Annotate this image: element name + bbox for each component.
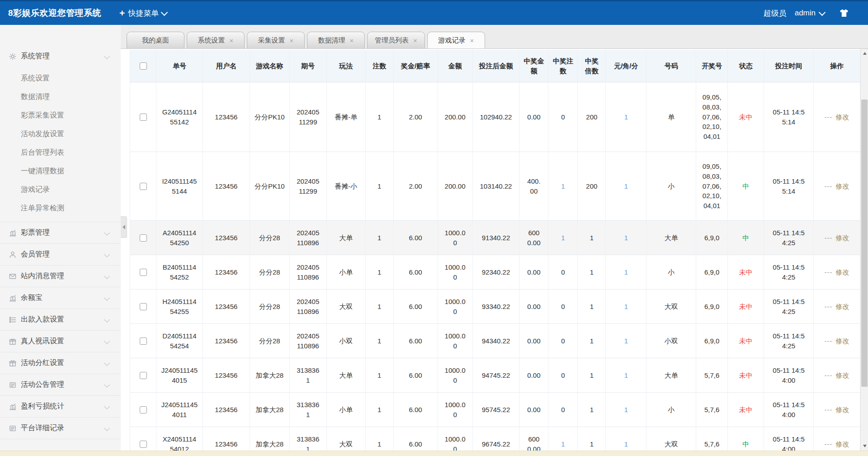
close-tab-icon[interactable]: × bbox=[230, 37, 234, 44]
user-menu[interactable]: admin bbox=[795, 9, 825, 18]
select-all-checkbox[interactable] bbox=[140, 62, 147, 70]
win-bets-value: 0 bbox=[561, 302, 565, 312]
cell-order: A2405111454250 bbox=[156, 221, 203, 255]
cell-game: 分分28 bbox=[250, 324, 290, 358]
row-checkbox[interactable] bbox=[140, 183, 147, 190]
cell-unit: 1 bbox=[606, 324, 646, 358]
unit-link[interactable]: 1 bbox=[624, 439, 628, 449]
cell-odds: 2.00 bbox=[394, 82, 438, 152]
chevron-down-icon bbox=[104, 360, 110, 366]
edit-link[interactable]: 修改 bbox=[836, 336, 849, 346]
vertical-scrollbar[interactable] bbox=[860, 49, 868, 451]
close-tab-icon[interactable]: × bbox=[290, 37, 294, 44]
edit-link[interactable]: 修改 bbox=[836, 112, 849, 122]
cell-action: ---修改 bbox=[814, 221, 860, 255]
tab-4[interactable]: 管理员列表× bbox=[367, 32, 425, 48]
cell-amount: 1000.00 bbox=[438, 427, 473, 451]
row-checkbox[interactable] bbox=[140, 337, 147, 345]
sidebar-group-2[interactable]: 会员管理 bbox=[0, 244, 121, 265]
sidebar-group-7[interactable]: 活动分红设置 bbox=[0, 352, 121, 374]
sidebar-item[interactable]: 游戏记录 bbox=[0, 180, 121, 199]
row-checkbox[interactable] bbox=[140, 372, 147, 379]
edit-link[interactable]: 修改 bbox=[836, 439, 849, 449]
sidebar-group-4[interactable]: 余额宝 bbox=[0, 287, 121, 309]
unit-link[interactable]: 1 bbox=[624, 181, 628, 191]
cell-win_bets: 0 bbox=[548, 393, 578, 427]
cell-user: 123456 bbox=[203, 82, 250, 152]
cell-play: 小单 bbox=[327, 393, 366, 427]
sidebar-group-3[interactable]: 站内消息管理 bbox=[0, 266, 121, 287]
cell-draw: 6,9,0 bbox=[696, 221, 728, 255]
table-row: J2405111454015123456加拿大283138361大单16.001… bbox=[130, 358, 860, 393]
sidebar-group-5[interactable]: 出款入款设置 bbox=[0, 309, 121, 330]
row-checkbox[interactable] bbox=[140, 303, 147, 310]
scrollbar-thumb[interactable] bbox=[861, 100, 868, 387]
cell-number: 大单 bbox=[646, 221, 696, 255]
tab-0[interactable]: 我的桌面 bbox=[127, 32, 184, 48]
sidebar-group-1[interactable]: 彩票管理 bbox=[0, 222, 121, 243]
sidebar-group-0[interactable]: 系统管理 bbox=[0, 46, 121, 67]
sidebar-group-6[interactable]: 真人视讯设置 bbox=[0, 331, 121, 352]
sidebar-item[interactable]: 活动发放设置 bbox=[0, 124, 121, 143]
cell-amount: 1000.00 bbox=[438, 255, 473, 289]
close-tab-icon[interactable]: × bbox=[413, 37, 417, 44]
sidebar-item[interactable]: 注单异常检测 bbox=[0, 199, 121, 217]
sidebar-item[interactable]: 后台管理列表 bbox=[0, 143, 121, 162]
close-tab-icon[interactable]: × bbox=[470, 37, 474, 44]
edit-link[interactable]: 修改 bbox=[836, 302, 849, 312]
unit-link[interactable]: 1 bbox=[624, 233, 628, 243]
column-header: 金额 bbox=[438, 50, 473, 82]
sidebar-group-10[interactable]: 平台详细记录 bbox=[0, 418, 121, 439]
scroll-down-arrow[interactable] bbox=[861, 442, 868, 451]
tab-1[interactable]: 系统设置× bbox=[187, 32, 245, 48]
cell-win_bets: 1 bbox=[548, 152, 578, 220]
collapse-arrow-icon bbox=[123, 225, 125, 229]
edit-link[interactable]: 修改 bbox=[836, 267, 849, 277]
edit-link[interactable]: 修改 bbox=[836, 405, 849, 415]
tab-2[interactable]: 采集设置× bbox=[247, 32, 305, 48]
list-icon bbox=[8, 315, 17, 324]
cell-after: 94745.22 bbox=[473, 358, 520, 392]
sidebar-item[interactable]: 数据清理 bbox=[0, 87, 121, 106]
cell-win_bets: 0 bbox=[548, 358, 578, 392]
sidebar-group-label: 彩票管理 bbox=[21, 228, 50, 238]
quick-menu-button[interactable]: + 快捷菜单 bbox=[119, 8, 167, 19]
close-tab-icon[interactable]: × bbox=[350, 37, 354, 44]
tab-3[interactable]: 数据清理× bbox=[307, 32, 365, 48]
row-checkbox[interactable] bbox=[140, 269, 147, 276]
unit-link[interactable]: 1 bbox=[624, 302, 628, 312]
cell-draw: 5,7,6 bbox=[696, 427, 728, 451]
sidebar-group-8[interactable]: 活动公告管理 bbox=[0, 374, 121, 395]
edit-link[interactable]: 修改 bbox=[836, 181, 849, 191]
edit-link[interactable]: 修改 bbox=[836, 233, 849, 243]
row-checkbox[interactable] bbox=[140, 406, 147, 413]
news-icon bbox=[8, 380, 17, 390]
tab-5[interactable]: 游戏记录× bbox=[427, 32, 485, 48]
status-badge: 未中 bbox=[739, 267, 753, 277]
action-dashes: --- bbox=[825, 233, 833, 243]
row-checkbox[interactable] bbox=[140, 441, 147, 448]
sidebar-item[interactable]: 系统设置 bbox=[0, 69, 121, 87]
sidebar-collapse-handle[interactable] bbox=[121, 216, 127, 238]
cell-win_mult: 1 bbox=[578, 255, 606, 289]
chevron-down-icon bbox=[104, 230, 110, 236]
sidebar-item[interactable]: 彩票采集设置 bbox=[0, 106, 121, 124]
row-checkbox[interactable] bbox=[140, 234, 147, 242]
unit-link[interactable]: 1 bbox=[624, 112, 628, 122]
theme-shirt-icon[interactable] bbox=[839, 9, 849, 18]
unit-link[interactable]: 1 bbox=[624, 267, 628, 277]
unit-link[interactable]: 1 bbox=[624, 336, 628, 346]
sidebar-group-9[interactable]: 盈利亏损统计 bbox=[0, 396, 121, 417]
cell-after: 93340.22 bbox=[473, 290, 520, 323]
column-header: 玩法 bbox=[327, 50, 366, 82]
win-bets-value: 0 bbox=[561, 267, 565, 277]
sidebar-item[interactable]: 一键清理数据 bbox=[0, 162, 121, 180]
row-checkbox[interactable] bbox=[140, 114, 147, 121]
cell-game: 加拿大28 bbox=[250, 427, 290, 451]
cell-issue: 202405110896 bbox=[290, 255, 327, 289]
scroll-up-arrow[interactable] bbox=[861, 49, 868, 58]
edit-link[interactable]: 修改 bbox=[836, 370, 849, 380]
unit-link[interactable]: 1 bbox=[624, 405, 628, 415]
unit-link[interactable]: 1 bbox=[624, 370, 628, 380]
cell-status: 中 bbox=[728, 221, 764, 255]
